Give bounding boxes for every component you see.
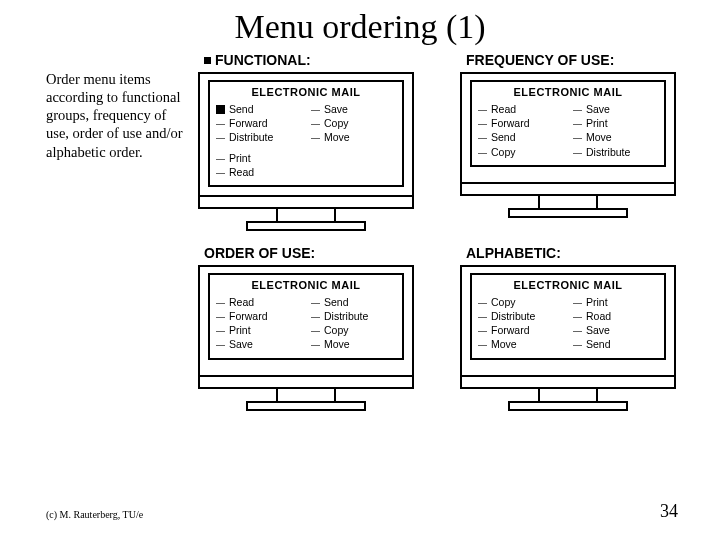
menu-item: Print — [216, 151, 396, 165]
monitor-base — [508, 208, 628, 218]
content: Order menu items according to functional… — [0, 52, 720, 411]
menu-item: Read — [216, 165, 396, 179]
menu-item: Save — [573, 323, 658, 337]
marker-icon — [573, 323, 583, 337]
menu-item: Distribute — [311, 309, 396, 323]
monitor: ELECTRONIC MAIL Read Forward Send Copy S… — [460, 72, 676, 218]
marker-icon — [216, 130, 226, 144]
menu-item: Forward — [478, 116, 563, 130]
screen: ELECTRONIC MAIL Read Forward Send Copy S… — [460, 72, 676, 184]
marker-icon — [573, 337, 583, 351]
menu-text: Move — [324, 337, 350, 351]
menu-text: Print — [586, 295, 608, 309]
menu-item: Print — [573, 295, 658, 309]
monitor: ELECTRONIC MAIL Send Forward Distribute … — [198, 72, 414, 231]
menu-text: Save — [229, 337, 253, 351]
menu-text: Move — [491, 337, 517, 351]
marker-icon — [311, 130, 321, 144]
marker-icon — [311, 337, 321, 351]
marker-icon — [311, 102, 321, 116]
menu-text: Send — [491, 130, 516, 144]
menu-item: Distribute — [573, 145, 658, 159]
menu-item: Send — [311, 295, 396, 309]
screen: ELECTRONIC MAIL Copy Distribute Forward … — [460, 265, 676, 377]
menu-item: Save — [216, 337, 301, 351]
menu-text: Copy — [491, 145, 516, 159]
menu-item: Forward — [478, 323, 563, 337]
quad-orderofuse: ORDER OF USE: ELECTRONIC MAIL Read Forwa… — [198, 245, 420, 411]
monitor-bezel — [460, 184, 676, 196]
menu-text: Send — [324, 295, 349, 309]
quad-label-text: FREQUENCY OF USE: — [466, 52, 614, 68]
marker-icon — [216, 337, 226, 351]
menu-text: Send — [586, 337, 611, 351]
marker-icon — [311, 116, 321, 130]
menu-text: Read — [229, 295, 254, 309]
menu-item: Print — [573, 116, 658, 130]
quad-functional: FUNCTIONAL: ELECTRONIC MAIL Send Forward… — [198, 52, 420, 231]
menu-text: Save — [586, 102, 610, 116]
quad-alphabetic: ALPHABETIC: ELECTRONIC MAIL Copy Distrib… — [460, 245, 682, 411]
menu-item: Forward — [216, 116, 301, 130]
monitor-neck — [538, 196, 598, 208]
marker-icon — [216, 165, 226, 179]
screen-title: ELECTRONIC MAIL — [216, 279, 396, 291]
marker-icon — [478, 130, 488, 144]
menu-text: Distribute — [324, 309, 368, 323]
quad-label-frequency: FREQUENCY OF USE: — [460, 52, 682, 72]
quads-grid: FUNCTIONAL: ELECTRONIC MAIL Send Forward… — [198, 52, 682, 411]
menu-item: Copy — [311, 323, 396, 337]
menu-text: Forward — [229, 116, 268, 130]
menu-text: Road — [586, 309, 611, 323]
screen-title: ELECTRONIC MAIL — [478, 86, 658, 98]
quad-label-text: ORDER OF USE: — [204, 245, 315, 261]
menu-text: Send — [229, 102, 254, 116]
screen-title: ELECTRONIC MAIL — [478, 279, 658, 291]
menu-text: Read — [491, 102, 516, 116]
marker-icon — [311, 323, 321, 337]
marker-icon — [311, 309, 321, 323]
page-number: 34 — [660, 501, 678, 522]
marker-icon — [573, 309, 583, 323]
menu-text: Save — [324, 102, 348, 116]
menu-item: Send — [216, 102, 301, 116]
menu-item: Forward — [216, 309, 301, 323]
menu-text: Read — [229, 165, 254, 179]
marker-icon — [311, 295, 321, 309]
footer-copyright: (c) M. Rauterberg, TU/e — [46, 509, 143, 520]
menu-item: Move — [311, 337, 396, 351]
monitor-bezel — [198, 197, 414, 209]
marker-icon — [573, 145, 583, 159]
marker-icon — [573, 130, 583, 144]
menu-text: Forward — [491, 323, 530, 337]
quad-label-orderofuse: ORDER OF USE: — [198, 245, 420, 265]
screen-title: ELECTRONIC MAIL — [216, 86, 396, 98]
marker-icon — [478, 337, 488, 351]
menu-item: Read — [216, 295, 301, 309]
marker-icon — [573, 102, 583, 116]
marker-icon — [216, 116, 226, 130]
marker-icon — [216, 295, 226, 309]
menu-item: Distribute — [216, 130, 301, 144]
menu-item: Distribute — [478, 309, 563, 323]
monitor-base — [246, 221, 366, 231]
monitor-bezel — [198, 377, 414, 389]
menu-text: Distribute — [586, 145, 630, 159]
marker-icon — [478, 116, 488, 130]
quad-label-text: ALPHABETIC: — [466, 245, 561, 261]
menu-item: Move — [478, 337, 563, 351]
menu-text: Forward — [229, 309, 268, 323]
menu-item: Save — [311, 102, 396, 116]
menu-item: Move — [311, 130, 396, 144]
monitor-base — [246, 401, 366, 411]
menu-text: Move — [324, 130, 350, 144]
quad-label-functional: FUNCTIONAL: — [198, 52, 420, 72]
marker-icon — [216, 309, 226, 323]
monitor: ELECTRONIC MAIL Copy Distribute Forward … — [460, 265, 676, 411]
monitor-base — [508, 401, 628, 411]
quad-label-alphabetic: ALPHABETIC: — [460, 245, 682, 265]
monitor: ELECTRONIC MAIL Read Forward Print Save … — [198, 265, 414, 411]
menu-item: Send — [478, 130, 563, 144]
menu-text: Distribute — [491, 309, 535, 323]
menu-item: Copy — [478, 295, 563, 309]
